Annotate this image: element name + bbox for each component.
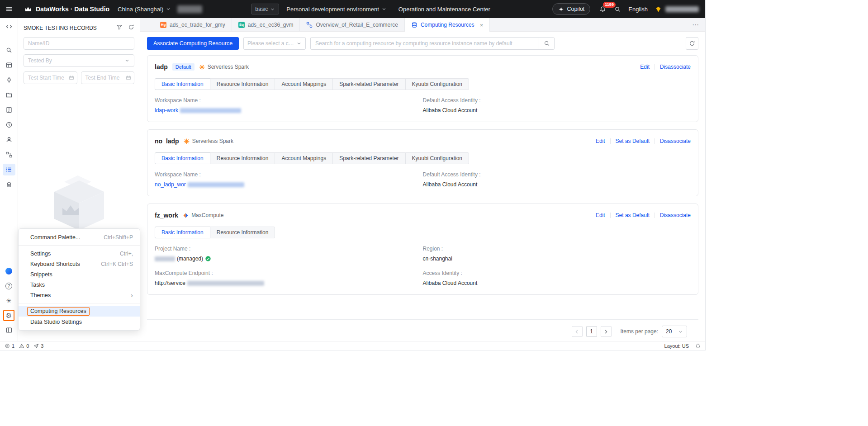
trash-icon[interactable] xyxy=(3,179,15,190)
resource-type-select[interactable]: Please select a comput xyxy=(243,37,306,50)
current-page-button[interactable]: 1 xyxy=(586,326,597,337)
resource-search-input[interactable] xyxy=(311,38,539,49)
menu-item-keyboard-shortcuts[interactable]: Keyboard Shortcuts Ctrl+K Ctrl+S xyxy=(19,259,140,269)
edit-link[interactable]: Edit xyxy=(596,212,605,218)
publish-icon[interactable] xyxy=(3,74,15,86)
set-as-default-link[interactable]: Set as Default xyxy=(616,138,650,144)
code-editor-icon[interactable] xyxy=(3,21,15,33)
tab-overview-of-retail-ecommerce[interactable]: Overview_of_Retail_E_commerce xyxy=(300,18,404,31)
sql-icon: Sq xyxy=(238,22,245,28)
test-start-time-input[interactable]: Test Start Time xyxy=(24,71,77,84)
global-search-button[interactable] xyxy=(614,6,621,13)
more-tabs-icon[interactable]: ⋯ xyxy=(686,21,705,29)
workspace-name-link[interactable]: no_ladp_wor xyxy=(155,181,423,188)
tab-basic-information[interactable]: Basic Information xyxy=(155,227,210,238)
checklist-icon[interactable] xyxy=(3,104,15,116)
tested-by-select[interactable]: Tested By xyxy=(24,54,134,67)
name-id-input[interactable] xyxy=(24,37,134,50)
smoke-test-records-icon[interactable] xyxy=(3,164,15,175)
disassociate-link[interactable]: Disassociate xyxy=(660,64,691,70)
community-icon[interactable] xyxy=(3,265,15,277)
next-page-button[interactable] xyxy=(601,326,612,337)
tab-kyuubi-configuration[interactable]: Kyuubi Configuration xyxy=(405,78,469,90)
redacted-text xyxy=(155,256,175,261)
settings-gear-icon[interactable]: ⚙ xyxy=(3,310,14,321)
warning-count[interactable]: 0 xyxy=(19,343,29,349)
topbar: DataWorks · Data Studio China (Shanghai)… xyxy=(0,0,705,18)
tab-spark-related-parameter[interactable]: Spark-related Parameter xyxy=(332,152,405,164)
theme-sun-icon[interactable]: ☀ xyxy=(3,295,15,307)
disassociate-link[interactable]: Disassociate xyxy=(660,212,691,218)
user-icon[interactable] xyxy=(3,134,15,146)
search-icon xyxy=(544,40,550,47)
close-icon[interactable]: × xyxy=(480,22,484,28)
tab-resource-information[interactable]: Resource Information xyxy=(210,152,275,164)
copilot-button[interactable]: Copilot xyxy=(552,3,590,15)
deploy-count[interactable]: 3 xyxy=(33,343,43,349)
menu-item-data-studio-settings[interactable]: Data Studio Settings xyxy=(19,317,140,327)
filter-funnel-icon[interactable] xyxy=(116,24,123,32)
data-search-icon[interactable] xyxy=(3,44,15,56)
serverless-spark-icon xyxy=(184,138,190,144)
hamburger-menu-icon[interactable] xyxy=(5,5,13,13)
history-icon[interactable] xyxy=(3,119,15,131)
workflow-icon[interactable] xyxy=(3,149,15,161)
redacted-text xyxy=(188,182,244,187)
refresh-icon[interactable] xyxy=(128,24,134,32)
resource-card-fz-work: fz_work MaxCompute Edit Set as Default D… xyxy=(147,204,698,295)
error-count[interactable]: 1 xyxy=(5,343,14,349)
notifications-button[interactable]: 1199 xyxy=(599,6,606,13)
set-as-default-link[interactable]: Set as Default xyxy=(616,212,650,218)
member-badge-icon[interactable] xyxy=(655,6,662,13)
mode-select[interactable]: basic xyxy=(251,4,279,14)
tab-resource-information[interactable]: Resource Information xyxy=(210,227,275,238)
menu-item-themes[interactable]: Themes › xyxy=(19,290,140,300)
help-icon[interactable]: ? xyxy=(3,280,15,292)
folder-icon[interactable] xyxy=(3,89,15,101)
associate-computing-resource-button[interactable]: Associate Computing Resource xyxy=(147,37,239,50)
module-nav-operation-center[interactable]: Operation and Maintenance Center xyxy=(398,6,490,13)
edit-link[interactable]: Edit xyxy=(640,64,650,70)
menu-item-command-palette[interactable]: Command Palette... Ctrl+Shift+P xyxy=(19,232,140,242)
chevron-down-icon xyxy=(270,7,275,12)
tab-account-mappings[interactable]: Account Mappings xyxy=(275,78,333,90)
default-access-identity-field: Default Access Identity : Alibaba Cloud … xyxy=(423,171,691,188)
test-end-time-input[interactable]: Test End Time xyxy=(81,71,135,84)
tab-ads-ec-trade-for-gmy[interactable]: Hg ads_ec_trade_for_gmy xyxy=(154,18,232,31)
items-per-page-select[interactable]: 20 xyxy=(662,326,687,337)
refresh-list-button[interactable] xyxy=(686,37,698,50)
menu-divider xyxy=(19,303,140,303)
table-icon[interactable] xyxy=(3,59,15,71)
edit-link[interactable]: Edit xyxy=(596,138,605,144)
menu-item-snippets[interactable]: Snippets xyxy=(19,269,140,279)
menu-item-tasks[interactable]: Tasks xyxy=(19,279,140,290)
redacted-text xyxy=(187,281,264,286)
layout-indicator[interactable]: Layout: US xyxy=(664,343,689,349)
disassociate-link[interactable]: Disassociate xyxy=(660,138,691,144)
tab-spark-related-parameter[interactable]: Spark-related Parameter xyxy=(332,78,405,90)
search-submit-button[interactable] xyxy=(539,38,554,49)
name-id-input-field[interactable] xyxy=(28,40,130,47)
menu-item-computing-resources[interactable]: Computing Resources xyxy=(19,306,140,317)
card-actions: Edit Disassociate xyxy=(640,64,691,70)
language-switcher[interactable]: English xyxy=(628,6,648,13)
region-select[interactable]: China (Shanghai) xyxy=(118,6,171,13)
menu-item-settings[interactable]: Settings Ctrl+, xyxy=(19,248,140,259)
tab-basic-information[interactable]: Basic Information xyxy=(155,78,210,90)
tab-resource-information[interactable]: Resource Information xyxy=(210,78,275,90)
hologres-icon: Hg xyxy=(160,22,166,28)
tab-kyuubi-configuration[interactable]: Kyuubi Configuration xyxy=(405,152,469,164)
workspace-name-link[interactable]: ldap-work xyxy=(155,107,423,114)
calendar-icon xyxy=(126,75,131,80)
context-menu: Command Palette... Ctrl+Shift+P Settings… xyxy=(18,228,140,331)
previous-page-button[interactable] xyxy=(572,326,583,337)
environment-select[interactable]: Personal development environment xyxy=(286,6,387,13)
tab-basic-information[interactable]: Basic Information xyxy=(155,152,210,164)
tab-ads-ec-ec36-gvm[interactable]: Sq ads_ec_ec36_gvm xyxy=(232,18,300,31)
tab-computing-resources[interactable]: Computing Resources × xyxy=(405,18,490,32)
panel-layout-icon[interactable] xyxy=(3,324,15,336)
bell-icon[interactable] xyxy=(695,343,701,349)
card-tab-strip: Basic Information Resource Information A… xyxy=(155,152,469,164)
card-actions: Edit Set as Default Disassociate xyxy=(596,138,691,144)
tab-account-mappings[interactable]: Account Mappings xyxy=(275,152,333,164)
